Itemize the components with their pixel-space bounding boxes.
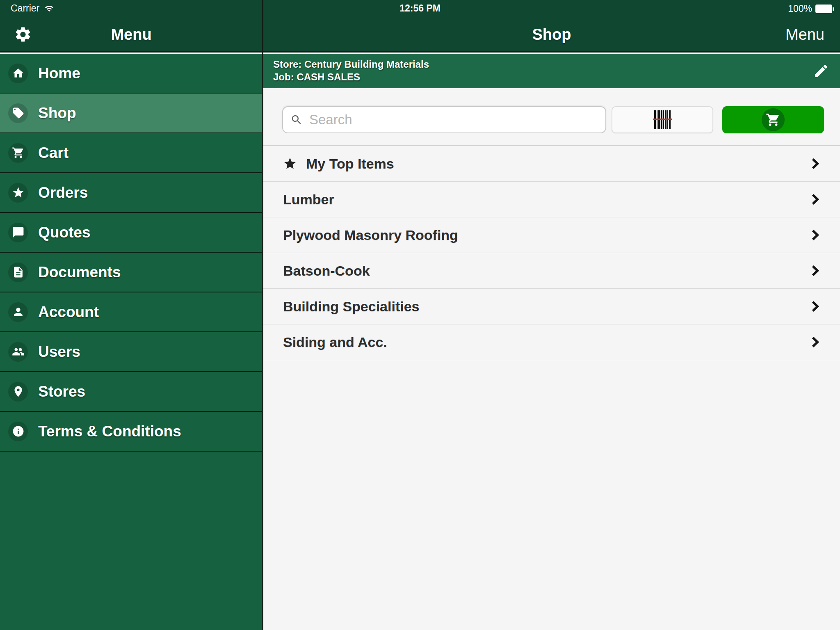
sidebar-item-users[interactable]: Users [0, 332, 262, 372]
category-row-building-specialities[interactable]: Building Specialities [263, 289, 840, 324]
nav-row: Menu Shop Menu [0, 16, 840, 52]
chevron-right-icon [808, 335, 822, 349]
status-time: 12:56 PM [0, 3, 840, 14]
cart-button-circle [762, 108, 785, 131]
pencil-icon [813, 63, 829, 79]
barcode-icon [654, 110, 671, 130]
sidebar-menu: HomeShopCartOrdersQuotesDocumentsAccount… [0, 54, 262, 630]
battery-icon [815, 5, 834, 13]
store-job-text: Store: Century Building Materials Job: C… [273, 58, 429, 83]
cart-icon [8, 143, 28, 163]
category-label: Building Specialities [283, 299, 420, 315]
sidebar-item-documents[interactable]: Documents [0, 253, 262, 292]
app-screen: Carrier 12:56 PM 100% Menu Shop Menu [0, 0, 840, 630]
job-line: Job: CASH SALES [273, 71, 429, 83]
sidebar-item-orders[interactable]: Orders [0, 173, 262, 213]
search-input[interactable] [303, 107, 605, 132]
category-label: Siding and Acc. [283, 334, 387, 350]
split-divider [262, 0, 263, 630]
status-bar: Carrier 12:56 PM 100% [0, 0, 840, 16]
category-label: Lumber [283, 192, 334, 208]
sidebar-item-label: Users [38, 343, 80, 361]
sidebar-item-account[interactable]: Account [0, 292, 262, 332]
sidebar-item-label: Orders [38, 184, 88, 201]
category-row-plywood-masonry-roofing[interactable]: Plywood Masonry Roofing [263, 217, 840, 253]
person-icon [8, 302, 28, 322]
sidebar-item-terms-conditions[interactable]: Terms & Conditions [0, 412, 262, 452]
search-icon [290, 114, 303, 126]
sidebar-item-label: Terms & Conditions [38, 423, 181, 440]
category-row-lumber[interactable]: Lumber [263, 182, 840, 217]
sidebar-item-label: Documents [38, 264, 121, 281]
category-row-my-top-items[interactable]: My Top Items [263, 146, 840, 182]
edit-store-job-button[interactable] [813, 63, 829, 79]
sidebar-item-label: Account [38, 304, 99, 321]
sidebar-item-label: Shop [38, 105, 76, 122]
chevron-right-icon [808, 264, 822, 278]
main-content: Store: Century Building Materials Job: C… [263, 54, 840, 630]
sidebar-title: Menu [0, 16, 262, 52]
category-label: My Top Items [306, 156, 394, 172]
people-icon [8, 342, 28, 362]
top-header: Carrier 12:56 PM 100% Menu Shop Menu [0, 0, 840, 52]
sidebar-item-stores[interactable]: Stores [0, 372, 262, 412]
sidebar-item-label: Home [38, 65, 80, 82]
store-job-bar: Store: Century Building Materials Job: C… [263, 54, 840, 88]
sidebar-item-shop[interactable]: Shop [0, 94, 262, 133]
barcode-scan-button[interactable] [612, 106, 713, 133]
battery-percent: 100% [788, 3, 812, 14]
search-strip [263, 88, 840, 146]
document-icon [8, 262, 28, 282]
sidebar-item-quotes[interactable]: Quotes [0, 213, 262, 253]
sidebar-item-label: Quotes [38, 224, 90, 241]
star-icon [283, 157, 297, 171]
tag-icon [8, 103, 28, 123]
home-icon [8, 64, 28, 83]
sidebar-item-cart[interactable]: Cart [0, 133, 262, 173]
category-row-siding-and-acc[interactable]: Siding and Acc. [263, 324, 840, 360]
search-box [282, 106, 606, 133]
scan-line [653, 119, 672, 120]
star-icon [8, 183, 28, 203]
category-list: My Top ItemsLumberPlywood Masonry Roofin… [263, 146, 840, 360]
category-label: Plywood Masonry Roofing [283, 227, 458, 243]
page-title: Shop [263, 16, 840, 52]
cart-icon [766, 112, 781, 127]
battery-group: 100% [788, 3, 834, 14]
chevron-right-icon [808, 157, 822, 171]
chevron-right-icon [808, 228, 822, 242]
chat-icon [8, 223, 28, 242]
store-line: Store: Century Building Materials [273, 58, 429, 71]
chevron-right-icon [808, 192, 822, 206]
sidebar-item-label: Cart [38, 144, 68, 162]
sidebar-item-home[interactable]: Home [0, 54, 262, 94]
sidebar-item-label: Stores [38, 383, 85, 400]
category-label: Batson-Cook [283, 263, 370, 279]
cart-button[interactable] [722, 106, 824, 133]
map-pin-icon [8, 382, 28, 402]
chevron-right-icon [808, 299, 822, 313]
category-row-batson-cook[interactable]: Batson-Cook [263, 253, 840, 289]
menu-button[interactable]: Menu [785, 16, 824, 52]
info-icon [8, 422, 28, 441]
